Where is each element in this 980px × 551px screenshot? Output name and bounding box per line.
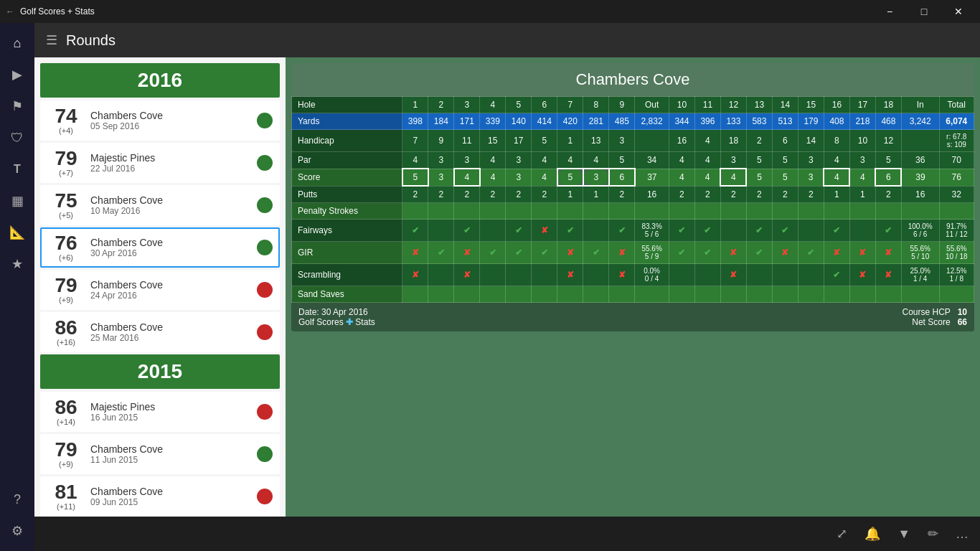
page-title: Rounds (66, 32, 116, 49)
round-info: Chambers Cove 05 Sep 2016 (90, 110, 251, 131)
round-dot (257, 404, 273, 420)
filter-icon[interactable]: ▼ (897, 527, 910, 542)
round-item[interactable]: 79 (+7) Majestic Pines 22 Jul 2016 (40, 143, 280, 183)
round-dot (257, 324, 273, 340)
maximize-button[interactable]: □ (908, 0, 940, 23)
footer-right: Course HCP 10 Net Score 66 (902, 307, 967, 327)
round-item-selected[interactable]: 76 (+6) Chambers Cove 30 Apr 2016 (40, 227, 280, 268)
titlebar-left: ← Golf Scores + Stats (6, 6, 95, 17)
expand-icon[interactable]: ⤢ (837, 526, 847, 542)
app-container: ⌂ ▶ ⚑ 🛡 T ▦ 📐 ★ ? ⚙ ☰ Rounds 2016 74 ( (0, 23, 980, 551)
round-score: 81 (+11) (47, 482, 85, 511)
round-info: Chambers Cove 25 Mar 2016 (90, 321, 251, 343)
titlebar-controls: − □ ✕ (874, 0, 974, 23)
round-dot (257, 489, 273, 504)
scorecard-container: Chambers Cove Hole 123 456 789 Out 10111… (291, 63, 974, 331)
round-score: 79 (+7) (47, 149, 85, 177)
round-dot (257, 282, 273, 298)
nav-flag[interactable]: ⚑ (3, 92, 32, 121)
titlebar: ← Golf Scores + Stats − □ ✕ (0, 0, 980, 23)
app-header: ☰ Rounds (34, 23, 980, 57)
round-item[interactable]: 74 (+4) Chambers Cove 05 Sep 2016 (40, 100, 280, 141)
round-score: 79 (+9) (47, 276, 85, 304)
hamburger-menu[interactable]: ☰ (46, 32, 57, 48)
round-item[interactable]: 79 (+9) Chambers Cove 24 Apr 2016 (40, 270, 280, 310)
fairways-row: Fairways ✔ ✔ ✔ ✘ ✔ ✔ 83.3%5 / 6 ✔ (292, 220, 974, 242)
scrambling-row: Scrambling ✘ ✘ ✘ ✘ 0.0%0 / 4 (292, 264, 974, 286)
more-icon[interactable]: … (956, 527, 969, 542)
nav-home[interactable]: ⌂ (3, 29, 32, 57)
round-score: 86 (+14) (47, 397, 85, 426)
round-score: 74 (+4) (47, 106, 85, 135)
nav-text[interactable]: T (3, 155, 32, 184)
round-item[interactable]: 75 (+5) Chambers Cove 10 May 2016 (40, 185, 280, 225)
yards-row: Yards 398184171 339140414 420281485 2,83… (292, 113, 974, 130)
footer-left: Date: 30 Apr 2016 Golf Scores ✚ Stats (298, 307, 375, 327)
content-area: ☰ Rounds 2016 74 (+4) Chambers Cove 05 S… (34, 23, 980, 551)
app-title: Golf Scores + Stats (20, 6, 95, 17)
round-info: Chambers Cove 11 Jun 2015 (90, 443, 251, 465)
footer-date: Date: 30 Apr 2016 (298, 307, 375, 317)
hole-row: Hole 123 456 789 Out 101112 131415 16171… (292, 97, 974, 113)
round-dot (257, 197, 273, 213)
sandsaves-row: Sand Saves (292, 286, 974, 303)
year-header-2015: 2015 (40, 354, 280, 389)
nav-measure[interactable]: 📐 (3, 218, 32, 247)
round-info: Chambers Cove 09 Jun 2015 (90, 486, 251, 507)
nav-star[interactable]: ★ (3, 250, 32, 278)
back-button[interactable]: ← (6, 6, 14, 17)
left-nav: ⌂ ▶ ⚑ 🛡 T ▦ 📐 ★ ? ⚙ (0, 23, 34, 551)
course-hcp-value: 10 (958, 307, 967, 317)
nav-help[interactable]: ? (3, 485, 32, 514)
notification-icon[interactable]: 🔔 (864, 526, 880, 542)
edit-icon[interactable]: ✏ (928, 526, 938, 542)
net-score-label: Net Score (912, 317, 950, 327)
round-dot (257, 113, 273, 128)
rounds-list: 2016 74 (+4) Chambers Cove 05 Sep 2016 7… (34, 57, 286, 517)
round-info: Majestic Pines 16 Jun 2015 (90, 401, 251, 423)
main-content: 2016 74 (+4) Chambers Cove 05 Sep 2016 7… (34, 57, 980, 517)
round-item[interactable]: 79 (+9) Chambers Cove 11 Jun 2015 (40, 434, 280, 474)
round-info: Majestic Pines 22 Jul 2016 (90, 152, 251, 174)
hole-label: Hole (292, 97, 402, 113)
year-header-2016: 2016 (40, 63, 280, 98)
nav-play[interactable]: ▶ (3, 60, 32, 89)
round-dot (257, 446, 273, 462)
round-score: 76 (+6) (47, 233, 85, 262)
scorecard-title: Chambers Cove (291, 63, 974, 96)
net-score-value: 66 (958, 317, 967, 327)
par-row: Par 433 434 445 34 443 553 435 3670 (292, 152, 974, 169)
round-dot (257, 240, 273, 255)
putts-row: Putts 222 222 112 16 222 222 112 1632 (292, 186, 974, 203)
penalty-row: Penalty Strokes (292, 203, 974, 220)
minimize-button[interactable]: − (874, 0, 905, 23)
nav-shield[interactable]: 🛡 (3, 123, 32, 152)
round-info: Chambers Cove 30 Apr 2016 (90, 237, 251, 258)
scorecard-table: Hole 123 456 789 Out 101112 131415 16171… (291, 96, 974, 303)
round-score: 86 (+16) (47, 318, 85, 347)
nav-grid[interactable]: ▦ (3, 187, 32, 215)
round-score: 79 (+9) (47, 440, 85, 468)
nav-settings[interactable]: ⚙ (3, 517, 32, 545)
round-dot (257, 155, 273, 171)
handicap-row: Handicap 7911 15175 1133 16418 2614 8101… (292, 130, 974, 152)
scorecard-panel: Chambers Cove Hole 123 456 789 Out 10111… (286, 57, 980, 517)
scorecard-footer: Date: 30 Apr 2016 Golf Scores ✚ Stats Co… (291, 303, 974, 331)
bottom-toolbar: ⤢ 🔔 ▼ ✏ … (34, 517, 980, 551)
score-row: Score 5 3 4 4 3 4 5 3 6 37 4 4 (292, 169, 974, 186)
gir-row: GIR ✘ ✔ ✘ ✔ ✔ ✔ ✘ ✔ ✘ 55.6%5 / 9 ✔ (292, 242, 974, 264)
footer-logo: Golf Scores ✚ Stats (298, 317, 375, 327)
round-info: Chambers Cove 24 Apr 2016 (90, 279, 251, 301)
round-item[interactable]: 86 (+16) Chambers Cove 25 Mar 2016 (40, 312, 280, 352)
round-info: Chambers Cove 10 May 2016 (90, 194, 251, 216)
round-item[interactable]: 81 (+11) Chambers Cove 09 Jun 2015 (40, 476, 280, 517)
course-hcp-label: Course HCP (902, 307, 950, 317)
close-button[interactable]: ✕ (943, 0, 974, 23)
round-item[interactable]: 86 (+14) Majestic Pines 16 Jun 2015 (40, 392, 280, 432)
round-score: 75 (+5) (47, 191, 85, 220)
